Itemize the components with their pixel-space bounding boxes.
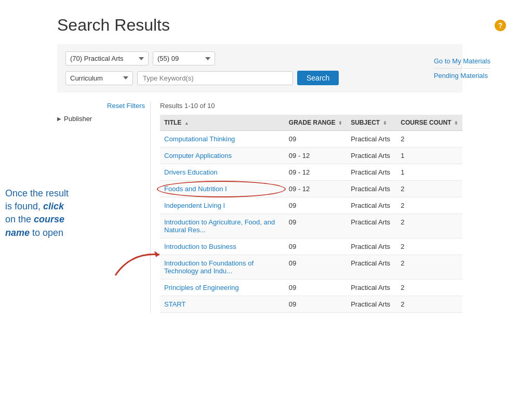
help-icon[interactable]: ?: [495, 20, 506, 31]
content-area: Reset Filters ▶ Publisher Results 1-10 o…: [57, 102, 462, 313]
col-title[interactable]: TITLE ▲: [160, 115, 285, 131]
cell-grade: 09: [285, 238, 347, 255]
col-subject[interactable]: SUBJECT ⬍: [347, 115, 396, 131]
course-link[interactable]: Introduction to Business: [164, 243, 236, 250]
col-grade-range[interactable]: GRADE RANGE ⬍: [285, 115, 347, 131]
cell-subject: Practical Arts: [347, 131, 396, 148]
table-row: Introduction to Business09Practical Arts…: [160, 238, 462, 255]
cell-grade: 09: [285, 197, 347, 214]
cell-subject: Practical Arts: [347, 214, 396, 238]
table-row: Foods and Nutrition I09 - 12Practical Ar…: [160, 181, 462, 197]
search-button[interactable]: Search: [297, 71, 339, 85]
table-row: Drivers Education09 - 12Practical Arts1: [160, 164, 462, 181]
cell-subject: Practical Arts: [347, 148, 396, 164]
course-link[interactable]: Principles of Engineering: [164, 284, 239, 291]
cell-title: Computational Thinking: [160, 131, 285, 148]
page-title: Search Results: [57, 16, 462, 35]
cell-count: 2: [396, 280, 462, 296]
cell-subject: Practical Arts: [347, 280, 396, 296]
cell-grade: 09: [285, 280, 347, 296]
annotation-text: Once the resultis found, clickon the cou…: [5, 187, 109, 240]
cell-count: 1: [396, 164, 462, 181]
go-to-my-materials-link[interactable]: Go to My Materials: [434, 57, 490, 65]
table-row: Computer Applications09 - 12Practical Ar…: [160, 148, 462, 164]
course-link[interactable]: START: [164, 300, 185, 308]
course-link[interactable]: Computational Thinking: [164, 135, 235, 143]
cell-title: Drivers Education: [160, 164, 285, 181]
table-row: Introduction to Foundations of Technolog…: [160, 255, 462, 280]
cell-grade: 09: [285, 296, 347, 313]
table-row: START09Practical Arts2: [160, 296, 462, 313]
results-table: TITLE ▲ GRADE RANGE ⬍ SUBJECT ⬍: [160, 115, 462, 313]
cell-subject: Practical Arts: [347, 197, 396, 214]
cell-subject: Practical Arts: [347, 164, 396, 181]
cell-title: Introduction to Foundations of Technolog…: [160, 255, 285, 280]
cell-count: 2: [396, 131, 462, 148]
pending-materials-link[interactable]: Pending Materials: [434, 72, 490, 79]
count-sort-icon: ⬍: [454, 121, 458, 126]
course-link[interactable]: Drivers Education: [164, 168, 218, 176]
filter-dropdown-1[interactable]: (70) Practical Arts: [65, 51, 149, 65]
course-link[interactable]: Introduction to Agriculture, Food, and N…: [164, 218, 275, 234]
right-links: Go to My Materials Pending Materials: [434, 57, 490, 83]
subject-sort-icon: ⬍: [383, 121, 387, 126]
cell-grade: 09 - 12: [285, 164, 347, 181]
cell-grade: 09 - 12: [285, 181, 347, 197]
filter-dropdown-2[interactable]: (55) 09: [153, 51, 215, 65]
title-sort-icon: ▲: [184, 121, 189, 126]
course-link[interactable]: Independent Living I: [164, 202, 225, 209]
grade-sort-icon: ⬍: [338, 121, 342, 126]
cell-title: Foods and Nutrition I: [160, 181, 285, 197]
table-row: Computational Thinking09Practical Arts2: [160, 131, 462, 148]
course-link[interactable]: Foods and Nutrition I: [164, 185, 227, 193]
course-link[interactable]: Introduction to Foundations of Technolog…: [164, 259, 254, 275]
table-row: Independent Living I09Practical Arts2: [160, 197, 462, 214]
results-tbody: Computational Thinking09Practical Arts2C…: [160, 131, 462, 313]
cell-grade: 09 - 12: [285, 148, 347, 164]
search-row-keyword: Curriculum Search: [65, 71, 454, 85]
cell-subject: Practical Arts: [347, 238, 396, 255]
cell-title: Computer Applications: [160, 148, 285, 164]
cell-title: Introduction to Business: [160, 238, 285, 255]
cell-title: START: [160, 296, 285, 313]
results-count: Results 1-10 of 10: [160, 102, 462, 110]
table-header-row: TITLE ▲ GRADE RANGE ⬍ SUBJECT ⬍: [160, 115, 462, 131]
publisher-arrow-icon: ▶: [57, 116, 61, 122]
cell-subject: Practical Arts: [347, 255, 396, 280]
arrow-icon: [110, 247, 167, 278]
cell-count: 1: [396, 148, 462, 164]
table-row: Introduction to Agriculture, Food, and N…: [160, 214, 462, 238]
cell-count: 2: [396, 255, 462, 280]
search-row-filters: (70) Practical Arts (55) 09: [65, 51, 454, 65]
cell-title: Introduction to Agriculture, Food, and N…: [160, 214, 285, 238]
search-type-dropdown[interactable]: Curriculum: [65, 71, 133, 85]
page-container: ? Search Results (70) Practical Arts (55…: [0, 0, 532, 399]
cell-title: Principles of Engineering: [160, 280, 285, 296]
publisher-filter[interactable]: ▶ Publisher: [57, 115, 145, 123]
reset-filters-button[interactable]: Reset Filters: [107, 102, 145, 110]
svg-marker-0: [154, 251, 159, 257]
publisher-label: Publisher: [64, 115, 92, 123]
cell-count: 2: [396, 238, 462, 255]
cell-title: Independent Living I: [160, 197, 285, 214]
cell-grade: 09: [285, 214, 347, 238]
annotation-line1: Once the resultis found, clickon the cou…: [5, 188, 69, 238]
cell-grade: 09: [285, 131, 347, 148]
cell-count: 2: [396, 181, 462, 197]
links-divider: [434, 68, 490, 69]
cell-subject: Practical Arts: [347, 296, 396, 313]
cell-grade: 09: [285, 255, 347, 280]
course-link[interactable]: Computer Applications: [164, 152, 232, 159]
cell-subject: Practical Arts: [347, 181, 396, 197]
table-row: Principles of Engineering09Practical Art…: [160, 280, 462, 296]
arrow-annotation: [110, 247, 162, 273]
cell-count: 2: [396, 296, 462, 313]
cell-count: 2: [396, 197, 462, 214]
search-area: (70) Practical Arts (55) 09 Curriculum S…: [57, 44, 462, 92]
cell-count: 2: [396, 214, 462, 238]
col-course-count[interactable]: COURSE COUNT ⬍: [396, 115, 462, 131]
results-panel: Results 1-10 of 10 TITLE ▲ GRADE RANGE ⬍: [151, 102, 462, 313]
keyword-input[interactable]: [137, 71, 293, 85]
